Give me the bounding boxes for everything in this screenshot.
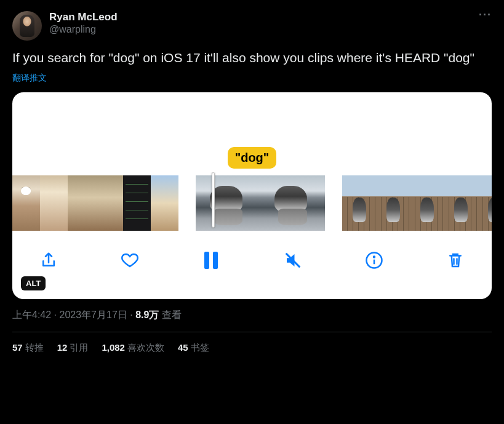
stat-bookmarks[interactable]: 45书签 [178,342,209,354]
media-controls [12,234,492,287]
svg-point-3 [374,257,375,258]
clip-frame[interactable] [196,175,260,231]
info-icon[interactable] [364,250,385,271]
tweet-container: Ryan McLeod @warpling ··· If you search … [0,0,504,369]
media-attachment[interactable]: "dog" [12,92,492,299]
stat-likes[interactable]: 1,082喜欢次数 [102,342,164,354]
caption-row: "dog" [12,143,492,172]
mute-icon[interactable] [282,250,303,271]
clip-frame[interactable] [95,175,123,231]
clip-frame[interactable] [123,175,151,231]
pause-icon[interactable] [201,250,222,271]
meta-time[interactable]: 上午4:42 [12,310,51,320]
tweet-meta: 上午4:42 · 2023年7月17日 · 8.9万 查看 [12,309,492,322]
clip-frame[interactable] [478,175,492,231]
stat-quotes[interactable]: 12引用 [57,342,89,354]
stat-retweets[interactable]: 57转推 [12,342,44,354]
clip-frame[interactable] [260,175,325,231]
clip-group-1 [12,175,178,231]
playhead[interactable] [212,172,215,228]
clip-frame[interactable] [40,175,68,231]
stats-row: 57转推 12引用 1,082喜欢次数 45书签 [12,332,492,361]
tweet-text: If you search for "dog" on iOS 17 it'll … [12,49,492,66]
author-names[interactable]: Ryan McLeod @warpling [49,11,492,36]
views-label: 查看 [159,310,181,320]
clip-frame[interactable] [410,175,444,231]
clip-group-2 [196,175,325,231]
translate-link[interactable]: 翻译推文 [12,73,492,84]
avatar[interactable] [12,11,42,41]
caption-tag: "dog" [228,147,277,169]
handle: @warpling [49,23,492,35]
display-name: Ryan McLeod [49,11,492,23]
clip-frame[interactable] [444,175,478,231]
clip-frame[interactable] [342,175,376,231]
meta-date[interactable]: 2023年7月17日 [59,310,127,320]
more-icon[interactable]: ··· [479,9,492,22]
clip-group-3 [342,175,492,231]
trash-icon[interactable] [445,250,466,271]
clip-frame[interactable] [376,175,410,231]
clip-frame[interactable] [12,175,40,231]
tweet-header: Ryan McLeod @warpling [12,11,492,41]
media-top-space [12,92,492,143]
share-icon[interactable] [38,250,59,271]
video-scrubber[interactable] [12,172,492,234]
heart-icon[interactable] [119,250,140,271]
clip-frame[interactable] [68,175,95,231]
alt-badge[interactable]: ALT [21,276,46,290]
views-count: 8.9万 [135,310,159,320]
clip-frame[interactable] [151,175,178,231]
